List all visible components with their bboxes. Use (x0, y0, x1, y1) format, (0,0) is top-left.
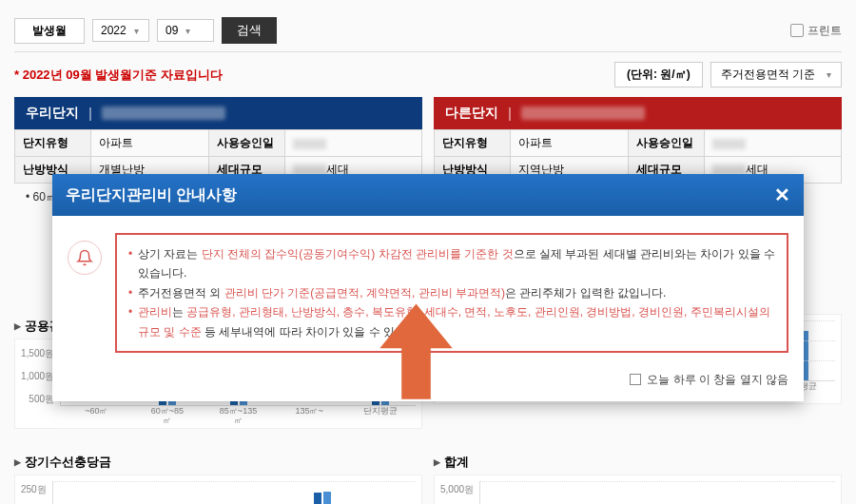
pointer-arrow-icon (376, 302, 457, 405)
chevron-down-icon: ▾ (185, 26, 190, 36)
dont-show-checkbox[interactable] (630, 374, 641, 385)
month-select[interactable]: 09 ▾ (157, 19, 214, 42)
print-label: 프린트 (807, 23, 842, 39)
other-complex-title: 다른단지 (445, 105, 498, 122)
other-complex-header: 다른단지 | (434, 97, 842, 129)
our-complex-header: 우리단지 | (14, 97, 422, 129)
blurred-complex-name (102, 107, 225, 120)
chart-title-reserve: 장기수선충당금 (14, 450, 422, 475)
blurred-complex-name (521, 107, 645, 120)
filter-label: 발생월 (14, 18, 85, 44)
chart-total: 5,000원 4,000원 (434, 475, 842, 504)
notice-item-1: 상기 자료는 단지 전체의 잡수익(공동기여수익) 차감전 관리비를 기준한 것… (128, 244, 775, 283)
bell-icon (68, 241, 102, 275)
chart-reserve: 250원 200원 (14, 475, 422, 504)
chevron-down-icon: ▾ (827, 69, 831, 80)
approval-label: 사용승인일 (208, 130, 284, 157)
chart-title-total: 합계 (434, 450, 842, 475)
month-value: 09 (165, 24, 178, 37)
print-icon (790, 24, 804, 37)
type-label: 단지유형 (15, 130, 91, 157)
our-complex-title: 우리단지 (26, 105, 79, 122)
approval-value (284, 130, 421, 157)
year-value: 2022 (101, 24, 126, 37)
unit-select-value: 주거전용면적 기준 (721, 67, 815, 83)
modal-header: 우리단지관리비 안내사항 ✕ (52, 174, 804, 216)
chevron-down-icon: ▾ (134, 26, 139, 36)
close-icon[interactable]: ✕ (774, 184, 790, 206)
notice-item-2: 주거전용면적 외 관리비 단가 기준(공급면적, 계약면적, 관리비 부과면적)… (128, 283, 775, 302)
filter-bar: 발생월 2022 ▾ 09 ▾ 검색 프린트 (14, 10, 842, 52)
type-value: 아파트 (91, 130, 209, 157)
search-button[interactable]: 검색 (222, 17, 277, 44)
year-select[interactable]: 2022 ▾ (92, 19, 149, 42)
print-button[interactable]: 프린트 (790, 23, 842, 39)
date-notice: * 2022년 09월 발생월기준 자료입니다 (14, 67, 223, 84)
unit-label: (단위: 원/㎡) (614, 62, 703, 87)
unit-select[interactable]: 주거전용면적 기준 ▾ (710, 62, 842, 87)
dont-show-label: 오늘 하루 이 창을 열지 않음 (647, 372, 788, 388)
modal-title: 우리단지관리비 안내사항 (66, 185, 237, 205)
